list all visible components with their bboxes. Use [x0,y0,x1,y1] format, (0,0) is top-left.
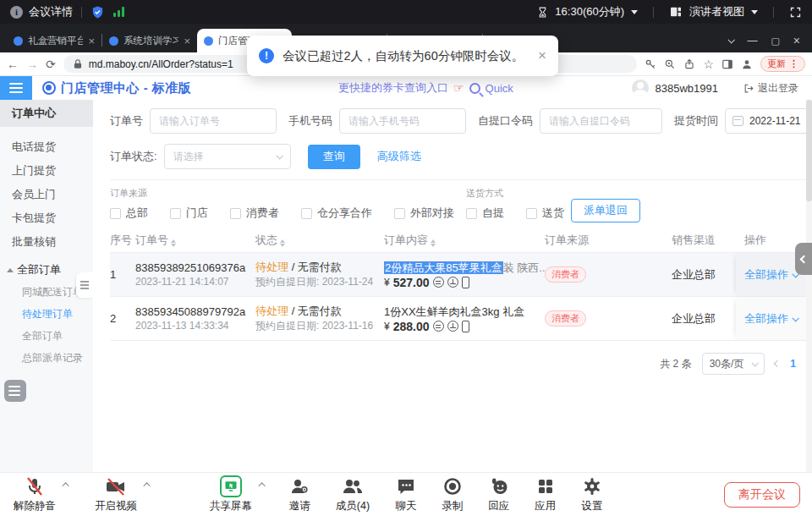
profile-icon[interactable] [741,58,753,70]
browser-tab[interactable]: 礼盒营销平台管理中心 × [7,29,102,52]
fullscreen-icon[interactable] [789,6,802,19]
checkbox-label[interactable]: 自提 [482,206,504,221]
avatar[interactable] [632,80,649,96]
view-mode-button[interactable]: 演讲者视图 [689,4,744,19]
network-signal-icon[interactable] [113,7,124,17]
menu-icon[interactable] [0,76,32,100]
checkbox-external[interactable] [394,208,405,219]
shield-check-icon[interactable] [91,5,105,19]
key-icon[interactable] [645,58,656,70]
checkbox-store[interactable] [170,208,181,219]
window-menu-icon[interactable] [728,36,735,43]
quick-card-link[interactable]: 更快捷的券卡查询入口 [338,80,448,96]
meeting-details-button[interactable]: 会议详情 [29,4,73,19]
star-icon[interactable]: ☆ [703,58,714,71]
window-minimize-icon[interactable]: — [747,35,757,47]
pickup-code-input[interactable] [540,108,662,134]
forward-icon[interactable]: → [26,58,38,71]
page-size-select[interactable]: 30条/页 [702,353,765,375]
browser-tab[interactable]: 系统培训学习 × [102,29,197,52]
table-row[interactable]: 1 83859389251069376a 2023-11-21 14:14:07… [110,253,812,297]
search-button[interactable]: 查询 [308,145,360,169]
window-maximize-icon[interactable]: ▢ [771,36,779,47]
tab-close-icon[interactable]: × [184,35,190,47]
checkbox-label[interactable]: 门店 [186,206,208,221]
checkbox-label[interactable]: 消费者 [246,206,279,221]
share-icon[interactable] [683,58,695,70]
checkbox-warehouse-share[interactable] [301,208,312,219]
sidebar-item-all-orders[interactable]: 全部订单 [0,325,93,347]
share-screen-button[interactable]: 共享屏幕 [210,475,252,513]
chevron-up-icon[interactable] [258,482,265,489]
wheel-icon [447,321,458,332]
logout-button[interactable]: 退出登录 [743,81,798,96]
order-no-input[interactable] [150,108,277,134]
kebab-menu-icon[interactable]: ⋮ [789,58,798,69]
date-range-picker[interactable]: 2022-11-21 - 结束日期 [725,108,812,134]
sidebar-section-title: 订单中心 [0,100,93,127]
checkbox-label[interactable]: 外部对接 [410,206,454,221]
sort-icon[interactable] [431,239,436,247]
sidebar-item-hq-dispatch-log[interactable]: 总部派单记录 [0,347,93,369]
update-badge[interactable]: 更新 ⋮ [760,56,805,72]
col-header-status[interactable]: 状态 [255,233,384,248]
sidebar-item-batch-verify[interactable]: 批量核销 [0,230,93,254]
col-header-content[interactable]: 订单内容 [384,233,545,248]
sales-channel: 企业总部 [672,267,736,283]
close-icon[interactable]: × [538,47,546,64]
leave-meeting-button[interactable]: 离开会议 [724,482,800,508]
advanced-filter-link[interactable]: 高级筛选 [377,149,421,164]
zoom-icon[interactable] [664,58,676,70]
phone-input[interactable] [339,108,466,134]
quick-link[interactable]: Quick [486,82,513,95]
apps-button[interactable]: 应用 [535,475,556,513]
checkbox-label[interactable]: 总部 [126,206,148,221]
current-page[interactable]: 1 [790,358,796,370]
chevron-up-icon[interactable] [62,482,69,489]
all-actions-dropdown[interactable]: 全部操作 [744,267,798,283]
settings-button[interactable]: 设置 [581,475,602,513]
quick-panel-icon[interactable] [4,380,26,402]
order-status-select[interactable]: 请选择 [164,144,291,169]
checkbox-self-pickup[interactable] [466,208,477,219]
sidebar-item-phone-pickup[interactable]: 电话提货 [0,135,93,159]
chat-button[interactable]: 聊天 [395,475,416,513]
start-video-button[interactable]: 开启视频 [95,475,137,513]
checkbox-consumer[interactable] [230,208,241,219]
sort-icon[interactable] [171,239,176,247]
record-button[interactable]: 录制 [442,475,463,513]
sidebar-item-member-visit[interactable]: 会员上门 [0,183,93,206]
collapse-panel-handle[interactable] [795,243,812,275]
unmute-button[interactable]: 解除静音 [14,475,56,513]
sort-icon[interactable] [280,239,285,247]
reload-icon[interactable]: ⟳ [46,58,56,71]
sidebar-item-card-pickup[interactable]: 卡包提货 [0,206,93,230]
checkbox-label[interactable]: 仓分享合作 [317,206,372,221]
scrollbar-thumb[interactable] [806,100,812,201]
checkbox-delivery[interactable] [526,208,537,219]
dispatch-return-button[interactable]: 派单退回 [571,199,640,222]
sidebar-item-pending-orders[interactable]: 待处理订单 [0,303,93,325]
pagination: 共 2 条 30条/页 1 前往 页 [110,353,812,375]
sidebar-collapse-handle[interactable] [76,272,93,298]
divider [653,7,654,18]
checkbox-hq[interactable] [110,208,121,219]
sidebar-item-door-pickup[interactable]: 上门提货 [0,159,93,183]
chevron-down-icon[interactable] [631,10,638,14]
invite-button[interactable]: 邀请 [289,475,310,513]
prev-page-icon[interactable] [774,360,781,367]
window-close-icon[interactable]: × [793,34,800,47]
start-date-value[interactable]: 2022-11-21 [749,115,801,127]
all-actions-dropdown[interactable]: 全部操作 [744,311,798,327]
table-row[interactable]: 2 83859345088979792a 2023-11-13 14:33:34… [110,297,812,341]
members-button[interactable]: 成员(4) [336,475,370,513]
back-icon[interactable]: ← [7,58,19,71]
checkbox-label[interactable]: 送货 [542,206,564,221]
chevron-down-icon[interactable] [751,10,758,14]
chevron-up-icon[interactable] [143,482,150,489]
tab-close-icon[interactable]: × [88,35,95,47]
reactions-button[interactable]: 回应 [488,475,509,513]
col-header-order-no[interactable]: 订单号 [135,233,255,248]
side-panel-icon[interactable] [721,58,733,70]
mic-muted-icon [25,476,45,497]
